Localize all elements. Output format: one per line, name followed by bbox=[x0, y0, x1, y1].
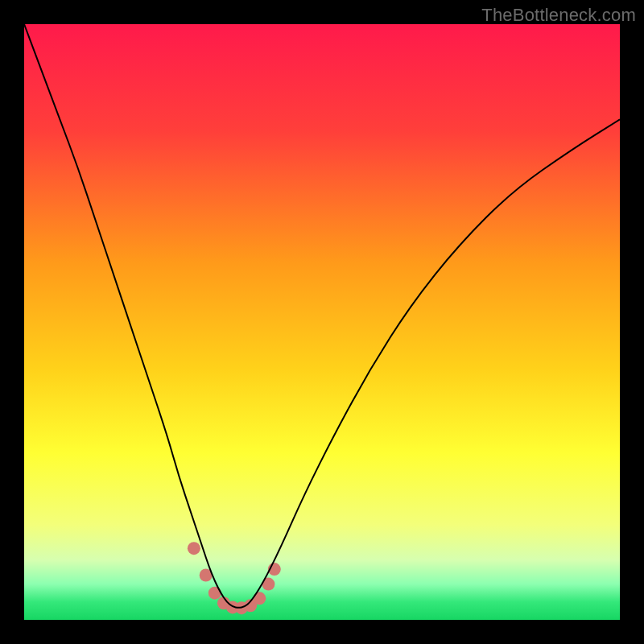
watermark-text: TheBottleneck.com bbox=[481, 5, 636, 26]
bottleneck-curve bbox=[24, 24, 620, 608]
highlight-dot bbox=[188, 542, 200, 555]
curve-layer bbox=[24, 24, 620, 620]
chart-frame: TheBottleneck.com bbox=[0, 0, 644, 644]
highlight-markers bbox=[188, 542, 281, 614]
plot-area bbox=[24, 24, 620, 620]
